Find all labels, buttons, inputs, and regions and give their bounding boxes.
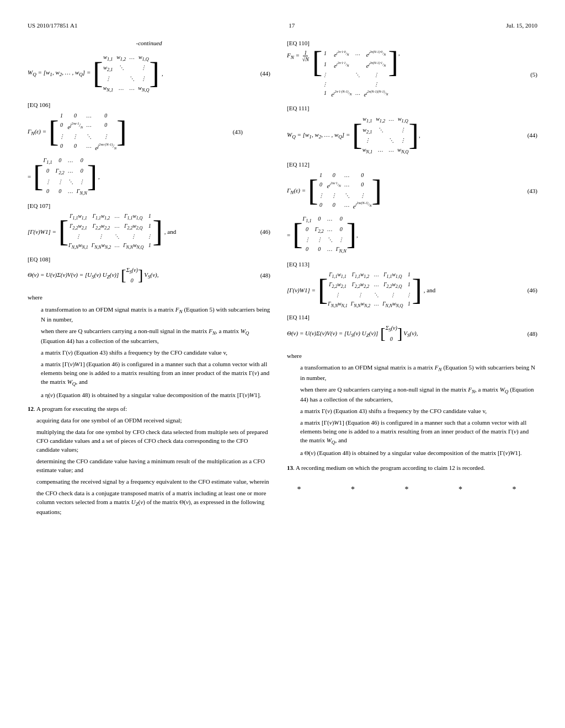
page-header: US 2010/177851 A1 17 Jul. 15, 2010	[28, 22, 537, 29]
eq-number-43r: (43)	[527, 188, 537, 194]
eq46-left-container: [Γ(v)W1] = [ Γ1,1w1,1Γ1,1w1,2…Γ1,1w1,Q1 …	[28, 212, 270, 251]
eq107-label: [EQ 107]	[28, 202, 270, 209]
eq5-right-container: FN = 1√N [ 1ej2π·1·0/N…ej2π(N-1)·0/N 1ej…	[287, 50, 537, 99]
eq43-left-container: ΓN(ε) = [ 10…0 0ej2πε·1/N…0 ⋮⋮⋱⋮ 00…ej2π…	[28, 111, 270, 197]
eq-number-5r: (5)	[530, 71, 537, 78]
left-column: -continued WQ = [w1, w2, … , wQ] = [ w1,…	[28, 40, 270, 520]
eq48-right-container: Θ(v) = U(v)Σ(v)V(v) = [US(v) UZ(v)] [ ΣS…	[287, 324, 537, 343]
eq48-left-container: Θ(v) = U(v)Σ(v)V(v) = [US(v) UZ(v)] [ ΣS…	[28, 266, 270, 285]
header-right: Jul. 15, 2010	[506, 22, 537, 29]
matrix-bracket-right-44: ]	[150, 61, 159, 87]
where-item-4: a matrix [Γ(v)W1] (Equation 46) is confi…	[41, 360, 270, 388]
header-left: US 2010/177851 A1	[28, 22, 77, 29]
where-r-item2: when there are Q subcarriers carrying a …	[300, 386, 537, 404]
claim12-step3: determining the CFO candidate value havi…	[36, 457, 270, 475]
gamma-bracket-left: [	[49, 119, 58, 145]
page-number: 17	[289, 22, 295, 29]
claim12-label: 12. A program for executing the steps of…	[28, 404, 270, 414]
page: US 2010/177851 A1 17 Jul. 15, 2010 -cont…	[0, 0, 565, 728]
eq-number-46a: (46)	[260, 228, 270, 235]
eq44-right-container: WQ = [w1, w2, … , wQ] = [ w1,1w1,2…w1,Q …	[287, 115, 537, 156]
where-r-item1: a transformation to an OFDM signal matri…	[300, 363, 537, 382]
claim12-step1: acquiring data for one symbol of an OFDM…	[36, 416, 270, 425]
theta-matrix-r: ΣS(v) 0	[386, 324, 397, 343]
gamma-r-matrix: 10…0 0ej2πε·1/N…0 ⋮⋮⋱⋮ 00…ej2πε(N-1)/N	[318, 171, 372, 211]
eq111-label: [EQ 111]	[287, 105, 537, 111]
where-r-item5: a Θ(v) (Equation 48) is obtained by a si…	[300, 449, 537, 458]
eq43-right-container: ΓN(ε) = [ 10…0 0ej2πε·1/N…0 ⋮⋮⋱⋮ 00…ej2π…	[287, 171, 537, 255]
fn-matrix: 1ej2π·1·0/N…ej2π(N-1)·0/N 1ej2π·1·1/Nej2…	[322, 50, 388, 99]
eq46-right-container: [Γ(v)W1] = [ Γ1,1w1,1Γ1,1w1,2…Γ1,1w1,Q1 …	[287, 271, 537, 310]
eq44-lhs: WQ = [w1, w2, … , wQ] =	[28, 69, 90, 77]
claim12-step2: multiplying the data for one symbol by C…	[36, 428, 270, 454]
where-label-left: where	[28, 293, 270, 302]
separator: * * * * *	[287, 484, 537, 495]
where-item-3: a matrix Γ(v) (Equation 43) shifts a fre…	[41, 349, 270, 357]
eq-number-46r: (46)	[527, 287, 537, 293]
claim12-step5: the CFO check data is a conjugate transp…	[36, 489, 270, 517]
where-section-left: where a transformation to an OFDM signal…	[28, 293, 270, 517]
gamma-w1-matrix-r: Γ1,1w1,1Γ1,1w1,2…Γ1,1w1,Q1 Γ2,2w2,1Γ2,2w…	[328, 271, 412, 310]
eq113-label: [EQ 113]	[287, 261, 537, 267]
claim12-step4: compensating the received signal by a fr…	[36, 478, 270, 486]
gamma-r-diag: Γ1,10…0 0Γ2,2…0 ⋮⋮⋱⋮ 00…ΓN,N	[303, 215, 347, 255]
where-item-2: when there are Q subcarriers carrying a …	[41, 327, 270, 346]
where-list-left: a transformation to an OFDM signal matri…	[28, 306, 270, 400]
where-list-right: a transformation to an OFDM signal matri…	[287, 363, 537, 458]
eq114-label: [EQ 114]	[287, 314, 537, 320]
where-r-item3: a matrix Γ(v) (Equation 43) shifts a fre…	[300, 407, 537, 416]
eq-number-44r: (44)	[527, 132, 537, 138]
where-label-right: where	[287, 351, 537, 361]
eq110-label: [EQ 110]	[287, 40, 537, 46]
gamma-matrix-content: 10…0 0ej2πε·1/N…0 ⋮⋮⋱⋮ 00…ej2πε·(N-1)/N	[59, 111, 117, 153]
continued-label: -continued	[28, 40, 270, 46]
right-column: [EQ 110] FN = 1√N [ 1ej2π·1·0/N…ej2π(N-1…	[287, 40, 537, 520]
gamma-w1-matrix: Γ1,1w1,1Γ1,1w1,2…Γ1,1w1,Q1 Γ2,2w2,1Γ2,2w…	[68, 212, 152, 251]
claim13: 13. A recording medium on which the prog…	[287, 463, 537, 473]
eq-number-44: (44)	[260, 70, 270, 77]
eq-44-block: WQ = [w1, w2, … , wQ] = [ w1,1w1,2…w1,Q …	[28, 53, 270, 94]
eq112-label: [EQ 112]	[287, 161, 537, 168]
gamma-bracket-right: ]	[116, 119, 126, 145]
eq-number-48r: (48)	[527, 330, 537, 337]
matrix-bracket-left-44: [	[93, 61, 103, 87]
wq-matrix-right: w1,1w1,2…w1,Q w2,1⋱⋮ ⋮⋱⋮ wN,1……wN,Q	[363, 115, 409, 156]
claim12-list: acquiring data for one symbol of an OFDM…	[28, 416, 270, 517]
eq-number-48a: (48)	[260, 272, 270, 279]
where-item-5: a η(v) (Equation 48) is obtained by a si…	[41, 391, 270, 400]
theta-matrix: ΣS(v) 0	[126, 266, 138, 285]
where-r-item4: a matrix [Γ(v)W1] (Equation 46) is confi…	[300, 419, 537, 446]
two-column-layout: -continued WQ = [w1, w2, … , wQ] = [ w1,…	[28, 40, 537, 520]
gamma-diag-content: Γ1,10…0 0Γ2,2…0 ⋮⋮⋱⋮ 00…ΓN,N	[44, 156, 87, 197]
eq-number-43a: (43)	[233, 129, 243, 135]
where-item-1: a transformation to an OFDM signal matri…	[41, 306, 270, 324]
eq108-label: [EQ 108]	[28, 256, 270, 263]
matrix-44-content: w1,1w1,2…w1,Q w2,1⋱⋮ ⋮⋱⋮ wN,1……wN,Q	[103, 53, 150, 94]
where-section-right: where a transformation to an OFDM signal…	[287, 351, 537, 495]
eq106-label: [EQ 106]	[28, 101, 270, 108]
eq-44-container: WQ = [w1, w2, … , wQ] = [ w1,1w1,2…w1,Q …	[28, 53, 270, 94]
